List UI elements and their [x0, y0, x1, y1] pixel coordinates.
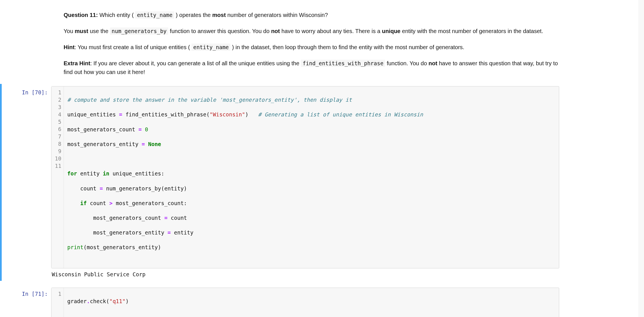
hint-paragraph: Hint: You must first create a list of un…	[64, 43, 559, 52]
code-cell-70[interactable]: In [70]: 1 2 3 4 5 6 7 8 9 10 11	[0, 84, 559, 281]
must-paragraph: You must use the num_generators_by funct…	[64, 27, 559, 36]
line-number-gutter: 1	[51, 288, 64, 317]
code-cell-71[interactable]: In [71]: 1 grader.check("q11")	[0, 288, 559, 317]
extra-hint-paragraph: Extra Hint: If you are clever about it, …	[64, 59, 559, 77]
code-text-70[interactable]: # compute and store the answer in the va…	[64, 86, 559, 268]
scrollbar-track[interactable]	[638, 0, 644, 317]
code-num-generators-by: num_generators_by	[110, 27, 168, 35]
code-find-entities: find_entities_with_phrase	[301, 60, 385, 67]
input-prompt-71: In [71]:	[0, 288, 51, 317]
code-entity-name-2: entity_name	[191, 44, 230, 51]
stdout-output-70: Wisconsin Public Service Corp	[51, 268, 559, 279]
code-text-71[interactable]: grader.check("q11")	[64, 288, 559, 317]
line-number-gutter: 1 2 3 4 5 6 7 8 9 10 11	[51, 86, 64, 268]
input-prompt-70: In [70]:	[2, 86, 51, 279]
question-paragraph: Question 11: Which entity ( entity_name …	[64, 11, 559, 19]
markdown-cell: Question 11: Which entity ( entity_name …	[64, 0, 559, 77]
code-editor-70[interactable]: 1 2 3 4 5 6 7 8 9 10 11 # compute and st…	[51, 86, 559, 268]
code-editor-71[interactable]: 1 grader.check("q11")	[51, 288, 559, 317]
code-entity-name: entity_name	[135, 11, 174, 19]
question-label: Question 11:	[64, 12, 98, 18]
notebook-page: Question 11: Which entity ( entity_name …	[0, 0, 644, 317]
